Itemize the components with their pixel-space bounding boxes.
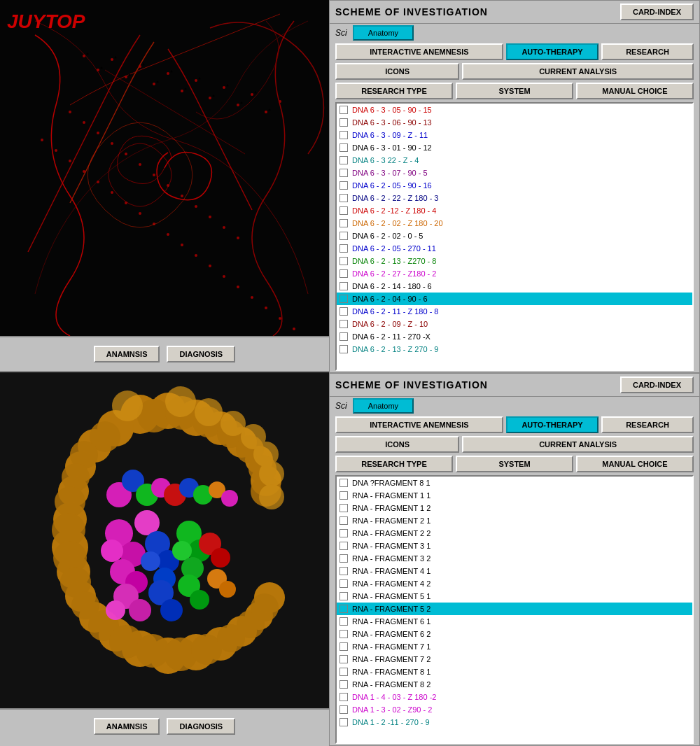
top-research-button[interactable]: RESEARCH (601, 43, 694, 60)
list-checkbox[interactable] (340, 206, 348, 215)
top-dna-list-item[interactable]: DNA 6 - 2 - 27 - Z180 - 2 (337, 267, 692, 280)
top-card-index-button[interactable]: CARD-INDEX (620, 3, 694, 20)
top-dna-list-item[interactable]: DNA 6 - 3 - 06 - 90 - 13 (337, 116, 692, 129)
top-manual-choice-button[interactable]: MANUAL CHOICE (576, 83, 694, 99)
top-icons-button[interactable]: ICONS (335, 63, 459, 80)
bottom-anatomy-button[interactable]: Anatomy (353, 398, 414, 414)
top-dna-list[interactable]: DNA 6 - 3 - 05 - 90 - 15DNA 6 - 3 - 06 -… (335, 102, 694, 371)
list-checkbox[interactable] (340, 718, 348, 726)
top-dna-list-item[interactable]: DNA 6 - 2 - 09 - Z - 10 (337, 318, 692, 330)
list-checkbox[interactable] (340, 282, 348, 290)
list-checkbox[interactable] (340, 693, 348, 701)
list-checkbox[interactable] (340, 244, 348, 253)
list-checkbox[interactable] (340, 131, 348, 139)
bottom-icons-button[interactable]: ICONS (335, 436, 459, 453)
list-checkbox[interactable] (340, 642, 348, 651)
top-dna-list-item[interactable]: DNA 6 - 2 - 02 - 0 - 5 (337, 230, 692, 242)
top-dna-list-item[interactable]: DNA 6 - 2 - 05 - 270 - 11 (337, 242, 692, 255)
list-checkbox[interactable] (340, 257, 348, 265)
top-dna-list-item[interactable]: DNA 6 - 2 - 14 - 180 - 6 (337, 280, 692, 293)
bottom-rna-list-item[interactable]: RNA - FRAGMENT 1 1 (337, 489, 692, 502)
top-dna-list-item[interactable]: DNA 6 - 2 -12 - Z 180 - 4 (337, 204, 692, 217)
list-checkbox[interactable] (340, 307, 348, 316)
bottom-research-button[interactable]: RESEARCH (601, 416, 694, 433)
top-current-analysis-button[interactable]: CURRENT ANALYSIS (462, 63, 694, 80)
list-checkbox[interactable] (340, 232, 348, 240)
top-dna-list-item[interactable]: DNA 6 - 2 - 13 - Z270 - 8 (337, 255, 692, 267)
bottom-rna-list-item[interactable]: RNA - FRAGMENT 2 2 (337, 527, 692, 540)
list-checkbox[interactable] (340, 516, 348, 525)
bottom-rna-list-item[interactable]: DNA 1 - 3 - 02 - Z90 - 2 (337, 703, 692, 716)
list-checkbox[interactable] (340, 345, 348, 353)
list-checkbox[interactable] (340, 567, 348, 575)
list-checkbox[interactable] (340, 169, 348, 177)
list-checkbox[interactable] (340, 529, 348, 537)
top-research-type-button[interactable]: RESEARCH TYPE (335, 83, 453, 99)
bottom-current-analysis-button[interactable]: CURRENT ANALYSIS (462, 436, 694, 453)
bottom-rna-list-item[interactable]: RNA - FRAGMENT 6 1 (337, 615, 692, 628)
list-checkbox[interactable] (340, 504, 348, 512)
list-checkbox[interactable] (340, 554, 348, 563)
top-anatomy-button[interactable]: Anatomy (353, 25, 414, 41)
bottom-rna-list-item[interactable]: RNA - FRAGMENT 5 2 (337, 603, 692, 615)
list-checkbox[interactable] (340, 680, 348, 689)
list-checkbox[interactable] (340, 705, 348, 714)
list-checkbox[interactable] (340, 118, 348, 127)
list-checkbox[interactable] (340, 219, 348, 227)
bottom-rna-list-item[interactable]: RNA - FRAGMENT 3 2 (337, 552, 692, 565)
list-checkbox[interactable] (340, 194, 348, 202)
bottom-interactive-anemnesis-button[interactable]: INTERACTIVE ANEMNESIS (335, 416, 503, 433)
list-checkbox[interactable] (340, 617, 348, 626)
bottom-rna-list-item[interactable]: RNA - FRAGMENT 2 1 (337, 514, 692, 527)
bottom-rna-list-item[interactable]: RNA - FRAGMENT 4 1 (337, 565, 692, 577)
list-checkbox[interactable] (340, 491, 348, 500)
list-checkbox[interactable] (340, 156, 348, 164)
top-dna-list-item[interactable]: DNA 6 - 2 - 02 - Z 180 - 20 (337, 217, 692, 230)
list-checkbox[interactable] (340, 269, 348, 278)
bottom-rna-list-item[interactable]: RNA - FRAGMENT 4 2 (337, 577, 692, 590)
top-interactive-anemnesis-button[interactable]: INTERACTIVE ANEMNESIS (335, 43, 503, 60)
list-checkbox[interactable] (340, 630, 348, 638)
list-checkbox[interactable] (340, 332, 348, 341)
list-checkbox[interactable] (340, 579, 348, 588)
bottom-rna-list-item[interactable]: RNA - FRAGMENT 5 1 (337, 590, 692, 603)
list-checkbox[interactable] (340, 106, 348, 114)
bottom-rna-list[interactable]: DNA ?FRAGMENT 8 1RNA - FRAGMENT 1 1RNA -… (335, 475, 694, 744)
bottom-manual-choice-button[interactable]: MANUAL CHOICE (576, 456, 694, 472)
bottom-rna-list-item[interactable]: DNA 1 - 2 -11 - 270 - 9 (337, 716, 692, 729)
top-dna-list-item[interactable]: DNA 6 - 3 - 01 - 90 - 12 (337, 141, 692, 154)
list-checkbox[interactable] (340, 479, 348, 487)
bottom-rna-list-item[interactable]: DNA 1 - 4 - 03 - Z 180 -2 (337, 691, 692, 703)
list-checkbox[interactable] (340, 605, 348, 613)
bottom-rna-list-item[interactable]: RNA - FRAGMENT 8 2 (337, 678, 692, 691)
top-autotherapy-button[interactable]: AUTO-THERAPY (506, 43, 598, 60)
bottom-rna-list-item[interactable]: RNA - FRAGMENT 8 1 (337, 666, 692, 678)
top-anamnesis-button[interactable]: ANAMNSIS (94, 346, 160, 363)
bottom-research-type-button[interactable]: RESEARCH TYPE (335, 456, 453, 472)
top-dna-list-item[interactable]: DNA 6 - 2 - 13 - Z 270 - 9 (337, 343, 692, 356)
bottom-diagnosis-button[interactable]: DIAGNOSIS (167, 718, 235, 735)
list-checkbox[interactable] (340, 320, 348, 328)
bottom-rna-list-item[interactable]: RNA - FRAGMENT 1 2 (337, 502, 692, 514)
list-checkbox[interactable] (340, 592, 348, 600)
bottom-rna-list-item[interactable]: RNA - FRAGMENT 3 1 (337, 540, 692, 552)
bottom-system-button[interactable]: SYSTEM (456, 456, 573, 472)
top-diagnosis-button[interactable]: DIAGNOSIS (167, 346, 235, 363)
top-dna-list-item[interactable]: DNA 6 - 3 22 - Z - 4 (337, 154, 692, 167)
top-system-button[interactable]: SYSTEM (456, 83, 573, 99)
list-checkbox[interactable] (340, 655, 348, 663)
bottom-rna-list-item[interactable]: DNA ?FRAGMENT 8 1 (337, 477, 692, 489)
top-dna-list-item[interactable]: DNA 6 - 3 - 05 - 90 - 15 (337, 104, 692, 116)
top-dna-list-item[interactable]: DNA 6 - 3 - 07 - 90 - 5 (337, 167, 692, 179)
list-checkbox[interactable] (340, 542, 348, 550)
bottom-anamnesis-button[interactable]: ANAMNSIS (94, 718, 160, 735)
top-dna-list-item[interactable]: DNA 6 - 2 - 11 - Z 180 - 8 (337, 305, 692, 318)
top-dna-list-item[interactable]: DNA 6 - 2 - 05 - 90 - 16 (337, 179, 692, 192)
bottom-rna-list-item[interactable]: RNA - FRAGMENT 6 2 (337, 628, 692, 640)
bottom-rna-list-item[interactable]: RNA - FRAGMENT 7 1 (337, 640, 692, 653)
list-checkbox[interactable] (340, 295, 348, 303)
top-dna-list-item[interactable]: DNA 6 - 2 - 11 - 270 -X (337, 330, 692, 343)
top-dna-list-item[interactable]: DNA 6 - 2 - 22 - Z 180 - 3 (337, 192, 692, 204)
list-checkbox[interactable] (340, 143, 348, 152)
list-checkbox[interactable] (340, 668, 348, 676)
